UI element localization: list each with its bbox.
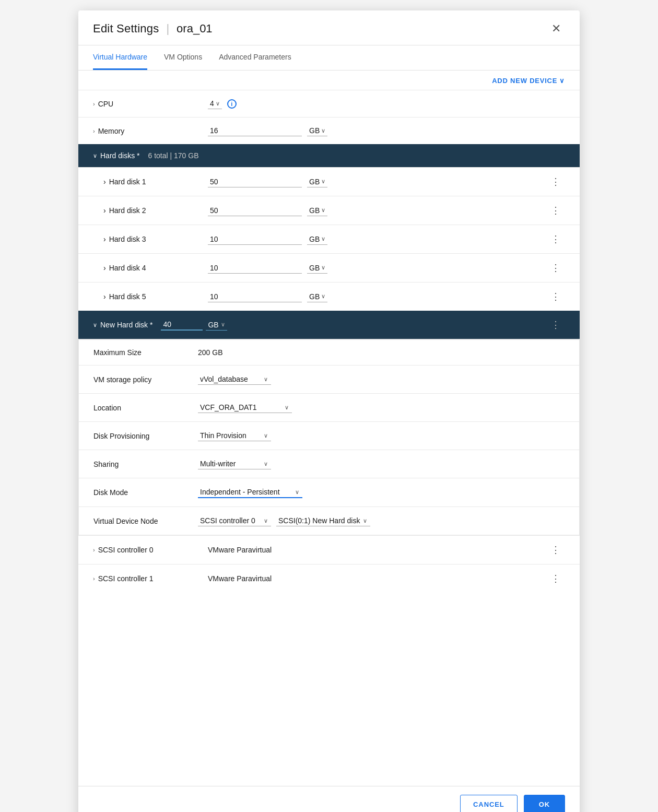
disk-provisioning-caret-icon: ∨ bbox=[264, 432, 268, 439]
vm-storage-policy-row: VM storage policy vVol_database ∨ bbox=[79, 365, 579, 393]
memory-label: › Memory bbox=[93, 127, 208, 135]
tab-virtual-hardware[interactable]: Virtual Hardware bbox=[93, 45, 147, 70]
tab-bar: Virtual Hardware VM Options Advanced Par… bbox=[78, 45, 580, 70]
virtual-device-node-disk-select[interactable]: SCSI(0:1) New Hard disk ∨ bbox=[276, 515, 370, 526]
hard-disk-5-row: › Hard disk 5 GB ∨ ⋮ bbox=[78, 282, 580, 311]
hard-disk-4-row: › Hard disk 4 GB ∨ ⋮ bbox=[78, 253, 580, 282]
add-device-row: ADD NEW DEVICE ∨ bbox=[78, 70, 580, 90]
vdn-controller-caret-icon: ∨ bbox=[264, 517, 268, 524]
virtual-device-node-controller-select[interactable]: SCSI controller 0 ∨ bbox=[198, 515, 271, 526]
hard-disk-5-value: GB ∨ bbox=[208, 291, 547, 302]
location-row: Location VCF_ORA_DAT1 ∨ bbox=[79, 393, 579, 421]
hard-disk-1-chevron-icon[interactable]: › bbox=[103, 178, 106, 186]
hard-disk-4-input[interactable] bbox=[208, 263, 302, 274]
new-hard-disk-unit-select[interactable]: GB ∨ bbox=[206, 320, 227, 331]
hard-disk-2-more-button[interactable]: ⋮ bbox=[547, 204, 565, 217]
hard-disk-4-label: › Hard disk 4 bbox=[103, 264, 208, 272]
memory-chevron-icon[interactable]: › bbox=[93, 128, 95, 134]
maximum-size-row: Maximum Size 200 GB bbox=[79, 339, 579, 365]
sharing-select[interactable]: Multi-writer ∨ bbox=[198, 458, 271, 469]
hard-disk-2-input[interactable] bbox=[208, 205, 302, 216]
hard-disk-4-chevron-icon[interactable]: › bbox=[103, 264, 106, 272]
cpu-value: 4 ∨ i bbox=[208, 98, 565, 109]
scsi-controller-0-value: VMware Paravirtual bbox=[208, 546, 547, 554]
vm-storage-policy-select[interactable]: vVol_database ∨ bbox=[198, 374, 271, 385]
hard-disk-1-input[interactable] bbox=[208, 176, 302, 187]
new-hard-disk-more-button[interactable]: ⋮ bbox=[547, 318, 565, 332]
scsi-controller-1-row: › SCSI controller 1 VMware Paravirtual ⋮ bbox=[78, 564, 580, 593]
new-hard-disk-chevron-icon[interactable]: ∨ bbox=[93, 322, 97, 328]
new-hard-disk-expanded-area: Maximum Size 200 GB VM storage policy vV… bbox=[78, 339, 580, 535]
disk-mode-value: Independent - Persistent ∨ bbox=[198, 487, 565, 498]
dialog-subtitle: ora_01 bbox=[177, 22, 213, 36]
hard-disk-4-unit-select[interactable]: GB ∨ bbox=[307, 263, 327, 274]
hard-disks-section-header[interactable]: ∨ Hard disks * 6 total | 170 GB bbox=[78, 144, 580, 167]
scsi-controller-1-value: VMware Paravirtual bbox=[208, 574, 547, 583]
hard-disk-1-label: › Hard disk 1 bbox=[103, 178, 208, 186]
disk-provisioning-select[interactable]: Thin Provision ∨ bbox=[198, 430, 271, 441]
location-value: VCF_ORA_DAT1 ∨ bbox=[198, 402, 565, 413]
vdn-disk-caret-icon: ∨ bbox=[363, 517, 367, 524]
location-select[interactable]: VCF_ORA_DAT1 ∨ bbox=[198, 402, 292, 413]
hard-disk-5-more-button[interactable]: ⋮ bbox=[547, 290, 565, 303]
scsi-controller-0-more-button[interactable]: ⋮ bbox=[547, 543, 565, 557]
disk-mode-select[interactable]: Independent - Persistent ∨ bbox=[198, 487, 302, 498]
hard-disk-5-input[interactable] bbox=[208, 291, 302, 302]
cpu-label: › CPU bbox=[93, 100, 208, 108]
disk-provisioning-value: Thin Provision ∨ bbox=[198, 430, 565, 441]
hard-disk-2-row: › Hard disk 2 GB ∨ ⋮ bbox=[78, 196, 580, 225]
scsi-controller-1-more-button[interactable]: ⋮ bbox=[547, 572, 565, 585]
hard-disk-3-unit-select[interactable]: GB ∨ bbox=[307, 234, 327, 245]
memory-row: › Memory GB ∨ bbox=[78, 117, 580, 144]
hard-disk-5-chevron-icon[interactable]: › bbox=[103, 292, 106, 301]
scsi-0-chevron-icon[interactable]: › bbox=[93, 547, 95, 553]
new-hard-disk-caret-icon: ∨ bbox=[221, 321, 225, 328]
dialog-footer: CANCEL OK bbox=[78, 786, 580, 812]
hard-disk-4-more-button[interactable]: ⋮ bbox=[547, 261, 565, 275]
hard-disk-3-input[interactable] bbox=[208, 234, 302, 245]
disk-mode-caret-icon: ∨ bbox=[295, 489, 299, 496]
vm-storage-policy-caret-icon: ∨ bbox=[264, 376, 268, 383]
tab-vm-options[interactable]: VM Options bbox=[164, 45, 202, 70]
hard-disk-5-label: › Hard disk 5 bbox=[103, 292, 208, 301]
new-hard-disk-input[interactable] bbox=[161, 319, 203, 331]
chevron-down-icon: ∨ bbox=[559, 77, 565, 85]
hard-disk-2-value: GB ∨ bbox=[208, 205, 547, 216]
memory-input[interactable] bbox=[208, 125, 302, 136]
edit-settings-dialog: Edit Settings | ora_01 ✕ Virtual Hardwar… bbox=[78, 10, 580, 812]
dialog-separator: | bbox=[166, 22, 169, 36]
new-hard-disk-header: ∨ New Hard disk * GB ∨ ⋮ bbox=[78, 311, 580, 339]
hard-disk-1-row: › Hard disk 1 GB ∨ ⋮ bbox=[78, 167, 580, 196]
dialog-header: Edit Settings | ora_01 ✕ bbox=[78, 10, 580, 45]
disk-provisioning-row: Disk Provisioning Thin Provision ∨ bbox=[79, 421, 579, 450]
hard-disk-2-unit-select[interactable]: GB ∨ bbox=[307, 205, 327, 216]
cpu-count-select[interactable]: 4 ∨ bbox=[208, 98, 222, 109]
scsi-controller-1-label: › SCSI controller 1 bbox=[93, 574, 208, 583]
hard-disk-4-value: GB ∨ bbox=[208, 263, 547, 274]
hard-disk-2-chevron-icon[interactable]: › bbox=[103, 206, 106, 215]
hard-disk-1-more-button[interactable]: ⋮ bbox=[547, 175, 565, 189]
cancel-button[interactable]: CANCEL bbox=[460, 795, 518, 812]
tab-advanced-parameters[interactable]: Advanced Parameters bbox=[219, 45, 291, 70]
hard-disk-1-value: GB ∨ bbox=[208, 176, 547, 187]
hard-disk-3-value: GB ∨ bbox=[208, 234, 547, 245]
hard-disk-5-unit-select[interactable]: GB ∨ bbox=[307, 291, 327, 302]
sharing-caret-icon: ∨ bbox=[264, 461, 268, 467]
hard-disk-5-caret-icon: ∨ bbox=[321, 293, 325, 300]
location-caret-icon: ∨ bbox=[285, 404, 289, 411]
memory-unit-select[interactable]: GB ∨ bbox=[307, 125, 327, 136]
hard-disk-3-chevron-icon[interactable]: › bbox=[103, 235, 106, 243]
disk-mode-row: Disk Mode Independent - Persistent ∨ bbox=[79, 478, 579, 507]
add-new-device-button[interactable]: ADD NEW DEVICE ∨ bbox=[492, 77, 565, 85]
hard-disk-3-more-button[interactable]: ⋮ bbox=[547, 232, 565, 246]
close-button[interactable]: ✕ bbox=[547, 21, 565, 37]
hard-disk-1-caret-icon: ∨ bbox=[321, 178, 325, 185]
scsi-1-chevron-icon[interactable]: › bbox=[93, 575, 95, 582]
hard-disk-1-unit-select[interactable]: GB ∨ bbox=[307, 176, 327, 187]
cpu-info-icon[interactable]: i bbox=[227, 99, 237, 109]
memory-value: GB ∨ bbox=[208, 125, 565, 136]
memory-caret-icon: ∨ bbox=[321, 127, 325, 134]
cpu-row: › CPU 4 ∨ i bbox=[78, 90, 580, 117]
cpu-chevron-icon[interactable]: › bbox=[93, 101, 95, 107]
ok-button[interactable]: OK bbox=[524, 795, 565, 812]
